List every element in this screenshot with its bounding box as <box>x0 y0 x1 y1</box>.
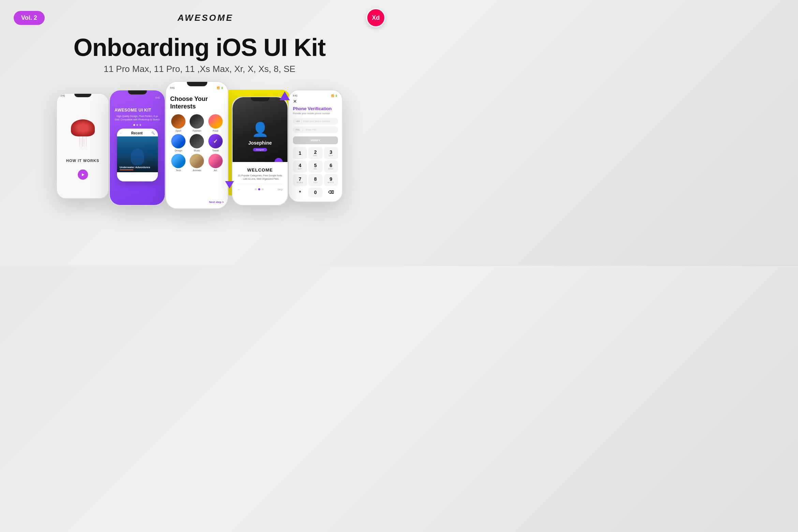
phone-welcome-wrapper: 👤 Josephine Designer WELCOME 10 Popular … <box>228 95 288 206</box>
skip-label[interactable]: Skip <box>277 188 283 191</box>
phone2-dots <box>115 124 160 126</box>
hero-section: Onboarding iOS UI Kit 11 Pro Max, 11 Pro… <box>0 27 399 78</box>
tech-label: Tech <box>176 169 181 172</box>
phone4-name-overlay: Josephine Designer <box>233 140 287 152</box>
interests-grid: Sport Fashion Food Design Music <box>170 114 224 172</box>
travel-icon <box>208 134 223 148</box>
interest-food[interactable]: Food <box>207 114 224 132</box>
phone3-title: Choose Your Interests <box>170 95 224 110</box>
interest-design[interactable]: Design <box>170 134 187 152</box>
how-it-works-label: HOW IT WORKS <box>66 159 99 163</box>
phone2-recent-label: Recent <box>131 131 143 135</box>
interest-music[interactable]: Music <box>189 134 205 152</box>
key-delete[interactable]: ⌫ <box>324 188 338 198</box>
josephine-tag: Designer <box>253 148 267 151</box>
phone-input-row[interactable]: +44 | Enter your phone number <box>293 118 338 124</box>
interest-fashion[interactable]: Fashion <box>189 114 205 132</box>
verification-title: Phone Verification <box>293 106 338 111</box>
art-label: Art <box>214 169 217 172</box>
close-icon[interactable]: ✕ <box>293 99 338 104</box>
phone3-notch <box>187 82 207 86</box>
verification-subtitle: Provide your mobile phone number <box>293 112 338 115</box>
phone-placeholder: Enter your phone number <box>303 120 335 122</box>
fashion-label: Fashion <box>193 130 201 132</box>
top-bar: Vol. 2 AWESOME Xd <box>0 0 399 27</box>
interest-art[interactable]: Art <box>207 154 224 172</box>
animals-icon <box>190 154 204 168</box>
interest-tech[interactable]: Tech <box>170 154 187 172</box>
phone4-bottom: WELCOME 10 Popular Categories, Free Goog… <box>233 162 287 205</box>
key-8[interactable]: 8TUV <box>308 174 322 186</box>
travel-label: Travel <box>212 149 219 152</box>
country-code: +44 <box>296 120 300 122</box>
phone4-divider <box>237 184 283 184</box>
key-3[interactable]: 3DEF <box>324 147 338 159</box>
phone-verification: 9:41 📶 🔋 ✕ Phone Verification Provide yo… <box>288 90 343 202</box>
key-9[interactable]: 9WXYZ <box>324 174 338 186</box>
phone-awesome-ui: 9:41 AWESOME UI KIT High Quality Design,… <box>109 90 165 206</box>
key-7[interactable]: 7PQRS <box>293 174 307 186</box>
music-label: Music <box>194 149 200 152</box>
key-4[interactable]: 4GHI <box>293 161 307 173</box>
food-label: Food <box>213 130 218 132</box>
food-icon <box>208 114 223 129</box>
jellyfish-illustration <box>68 113 98 150</box>
art-icon <box>208 154 223 168</box>
animals-label: Animals <box>193 169 201 172</box>
phone2-sub-phone: ← Recent 🔍 Underwater Adventures <box>117 129 158 181</box>
play-button[interactable] <box>78 169 88 180</box>
key-star[interactable]: * <box>293 188 307 198</box>
next-step-link[interactable]: Next step > <box>170 198 224 204</box>
xd-label: Xd <box>372 14 380 21</box>
phone4-portrait-area: 👤 Josephine Designer <box>233 97 287 162</box>
pin-label: PIN <box>296 129 300 131</box>
interest-travel[interactable]: Travel <box>207 134 224 152</box>
phone-how-it-works: 9:41 HOW IT WORKS <box>56 93 109 199</box>
phone-interests: 9:41 📶 🔋 Choose Your Interests Sport Fas… <box>165 81 228 209</box>
interest-sport[interactable]: Sport <box>170 114 187 132</box>
pin-placeholder: Enter PIN <box>306 129 335 131</box>
phone4-notch <box>251 97 269 101</box>
triangle-bottom <box>225 181 234 189</box>
key-5[interactable]: 5JKL <box>308 161 322 173</box>
phone5-status: 9:41 📶 🔋 <box>293 94 338 97</box>
key-6[interactable]: 6MNO <box>324 161 338 173</box>
design-icon <box>171 134 186 148</box>
fashion-icon <box>190 114 204 129</box>
hero-subtitle: 11 Pro Max, 11 Pro, 11 ,Xs Max, Xr, X, X… <box>0 64 399 74</box>
awesome-logo: AWESOME <box>177 13 233 23</box>
phone2-title: AWESOME UI KIT <box>115 108 160 113</box>
phone1-notch <box>74 94 91 97</box>
phone2-caption: Underwater Adventures <box>120 166 155 170</box>
vol-badge: Vol. 2 <box>14 11 45 25</box>
key-0[interactable]: 0 <box>308 188 322 198</box>
phone4-portrait: 👤 <box>233 97 287 162</box>
welcome-desc: 10 Popular Categories, Free Google fonts… <box>237 174 283 181</box>
phone2-sub-image: Underwater Adventures <box>117 136 158 172</box>
phone3-status: 9:41 📶 🔋 <box>170 87 224 89</box>
key-1[interactable]: 1 <box>293 147 307 159</box>
phone1-status: 9:41 <box>60 94 65 97</box>
phone-welcome: 👤 Josephine Designer WELCOME 10 Popular … <box>232 97 288 206</box>
design-label: Design <box>175 149 182 152</box>
phone2-desc: High Quality Design, Pixel Perfect, 8 px… <box>115 115 160 121</box>
welcome-label: WELCOME <box>237 167 283 173</box>
pin-row[interactable]: PIN | Enter PIN <box>293 127 338 133</box>
sport-icon <box>171 114 186 129</box>
keypad: 1 2ABC 3DEF 4GHI 5JKL 6MNO 7PQRS 8TUV 9W… <box>293 147 338 197</box>
phone4-pagination <box>255 188 264 190</box>
sport-label: Sport <box>176 130 181 132</box>
verify-button[interactable]: VERIFY <box>293 136 338 144</box>
xd-badge: Xd <box>366 8 385 27</box>
triangle-top <box>280 91 290 100</box>
tech-icon <box>171 154 186 168</box>
music-icon <box>190 134 204 148</box>
key-2[interactable]: 2ABC <box>308 147 322 159</box>
phones-container: 9:41 HOW IT WORKS 9:41 AWESOME UI KIT Hi… <box>0 78 399 209</box>
interest-animals[interactable]: Animals <box>189 154 205 172</box>
hero-title: Onboarding iOS UI Kit <box>0 34 399 61</box>
josephine-name: Josephine <box>233 140 287 146</box>
phone2-notch <box>128 90 147 94</box>
phone2-status: 9:41 <box>115 97 160 99</box>
phone4-nav: ← Skip <box>237 188 283 191</box>
